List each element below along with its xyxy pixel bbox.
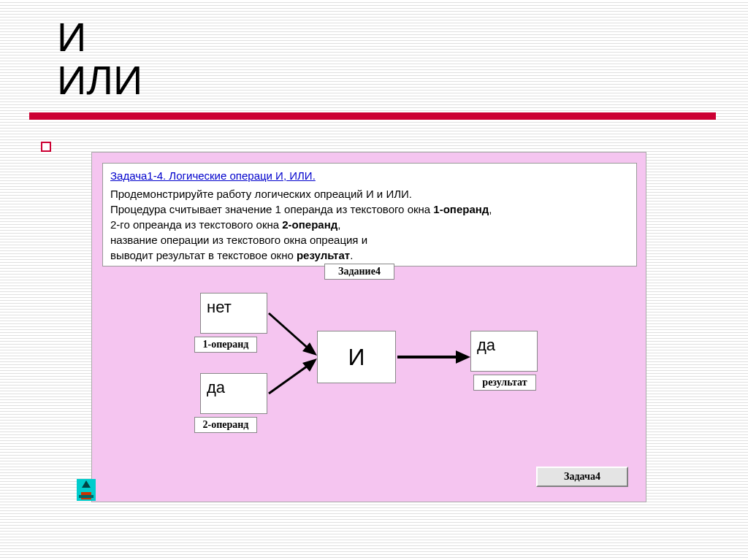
description-box: Задача1-4. Логические операци И, ИЛИ. Пр… — [102, 163, 637, 266]
desc-line-3a: 2-го опреанда из текстового окна — [110, 218, 282, 231]
operand1-label: 1-операнд — [194, 337, 257, 353]
arrow-op1-to-operation — [267, 310, 326, 361]
arrow-op2-to-operation — [267, 358, 326, 402]
desc-line-1: Продемонстрируйте работу логических опре… — [110, 188, 412, 200]
svg-line-0 — [269, 313, 310, 350]
svg-line-2 — [269, 364, 310, 394]
operand2-input[interactable]: да — [200, 373, 267, 414]
operand1-input[interactable]: нет — [200, 293, 267, 334]
accent-bar — [29, 112, 716, 120]
arrow-operation-to-result — [396, 348, 473, 366]
task-label-top: Задание4 — [324, 264, 394, 280]
result-output: да — [470, 331, 538, 372]
title-line-2: ИЛИ — [57, 59, 142, 102]
svg-marker-5 — [456, 350, 470, 364]
task-link[interactable]: Задача1-4. Логические операци И, ИЛИ. — [110, 168, 316, 183]
turtle-icon — [77, 479, 96, 501]
main-panel: Задача1-4. Логические операци И, ИЛИ. Пр… — [91, 152, 646, 502]
desc-bold-op2: 2-операнд — [282, 218, 337, 231]
desc-bold-op1: 1-операнд — [433, 203, 489, 215]
svg-rect-8 — [79, 495, 94, 498]
bullet-square — [41, 142, 51, 152]
desc-bold-result: результат — [297, 249, 350, 261]
title-line-1: И — [57, 16, 142, 59]
operand2-label: 2-операнд — [194, 417, 257, 433]
desc-line-2a: Процедура считывает значение 1 операнда … — [110, 203, 433, 215]
desc-line-4: название операции из текстового окна опр… — [110, 234, 367, 246]
slide-title: И ИЛИ — [57, 16, 142, 102]
svg-marker-3 — [302, 358, 317, 372]
result-label: результат — [473, 375, 536, 391]
desc-line-5a: выводит результат в текстовое окно — [110, 249, 297, 261]
task-button[interactable]: Задача4 — [536, 467, 628, 487]
operation-input[interactable]: И — [317, 331, 396, 383]
